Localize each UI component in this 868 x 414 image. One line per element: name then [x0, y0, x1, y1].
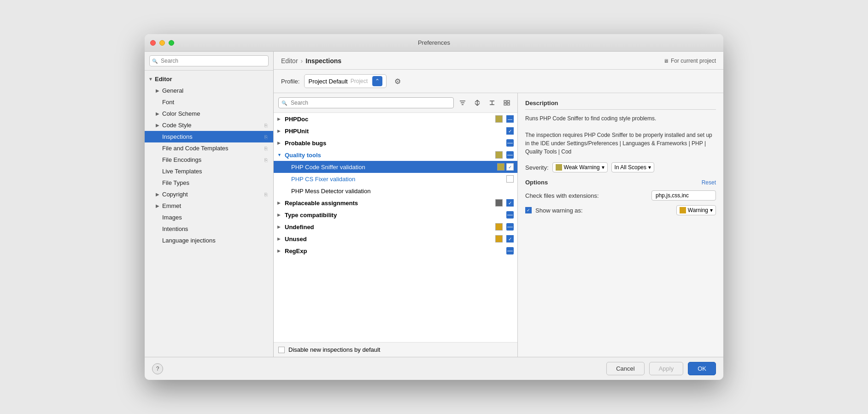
sidebar-item-label-inspections: Inspections	[162, 133, 193, 140]
type-compatibility-minus[interactable]: —	[506, 211, 514, 219]
quality-tools-minus[interactable]: —	[506, 151, 514, 159]
regexp-arrow: ▶	[277, 248, 285, 253]
sidebar-item-font[interactable]: Font	[145, 96, 273, 108]
undefined-minus[interactable]: —	[506, 223, 514, 231]
disable-checkbox[interactable]	[278, 347, 285, 353]
php-mess-detector-label: PHP Mess Detector validation	[291, 188, 514, 195]
sidebar-item-file-encodings[interactable]: File Encodings ⎘	[145, 154, 273, 166]
description-text: Runs PHP Code Sniffer to find coding sty…	[525, 114, 716, 156]
sidebar-item-label-copyright: Copyright	[162, 191, 188, 198]
tree-item-type-compatibility[interactable]: ▶ Type compatibility —	[274, 209, 517, 221]
undefined-label: Undefined	[285, 224, 495, 231]
sidebar-item-label-file-code-templates: File and Code Templates	[162, 145, 229, 152]
type-compatibility-label: Type compatibility	[285, 212, 506, 219]
options-reset-button[interactable]: Reset	[702, 179, 716, 186]
disable-label: Disable new inspections by default	[288, 346, 380, 353]
tree-item-undefined[interactable]: ▶ Undefined —	[274, 221, 517, 233]
tree-item-replaceable-assignments[interactable]: ▶ Replaceable assignments ✓	[274, 197, 517, 209]
probable-bugs-minus[interactable]: —	[506, 139, 514, 147]
phpunit-label: PHPUnit	[285, 128, 506, 135]
scope-value: In All Scopes	[615, 164, 646, 171]
phpdoc-checkbox[interactable]: —	[506, 115, 514, 123]
php-code-sniffer-checkbox[interactable]: ✓	[506, 163, 514, 171]
profile-dropdown-button[interactable]: ⌃	[372, 76, 382, 86]
cancel-button[interactable]: Cancel	[606, 362, 644, 375]
sidebar: ▼ Editor ▶ General Font ▶ Color Scheme ▶	[145, 52, 274, 357]
apply-button[interactable]: Apply	[649, 362, 684, 375]
window-title: Preferences	[418, 39, 450, 46]
severity-select[interactable]: Weak Warning ▾	[552, 162, 608, 172]
footer-buttons: Cancel Apply OK	[606, 362, 716, 375]
sidebar-item-editor[interactable]: ▼ Editor	[145, 73, 273, 85]
sidebar-item-emmet[interactable]: ▶ Emmet	[145, 200, 273, 212]
tree-item-probable-bugs[interactable]: ▶ Probable bugs —	[274, 137, 517, 149]
tree-item-unused[interactable]: ▶ Unused ✓	[274, 233, 517, 245]
minimize-button[interactable]	[159, 40, 165, 46]
warning-select[interactable]: Warning ▾	[676, 205, 716, 215]
tree-item-quality-tools[interactable]: ▼ Quality tools —	[274, 149, 517, 161]
severity-row: Severity: Weak Warning ▾ In All Scopes ▾	[525, 162, 716, 172]
extensions-input[interactable]	[651, 190, 716, 201]
sidebar-item-copyright[interactable]: ▶ Copyright ⎘	[145, 189, 273, 200]
sidebar-item-inspections[interactable]: Inspections ⎘	[145, 131, 273, 142]
svg-rect-14	[507, 103, 510, 105]
scope-select[interactable]: In All Scopes ▾	[611, 162, 654, 172]
description-panel: Description Runs PHP Code Sniffer to fin…	[518, 93, 723, 357]
sidebar-item-intentions[interactable]: Intentions	[145, 223, 273, 235]
toggle-view-button[interactable]	[501, 97, 513, 109]
tree-item-php-code-sniffer[interactable]: PHP Code Sniffer validation ✓	[274, 161, 517, 173]
sidebar-item-language-injections[interactable]: Language injections	[145, 235, 273, 246]
color-scheme-arrow: ▶	[156, 111, 162, 116]
sidebar-item-label-live-templates: Live Templates	[162, 168, 202, 175]
regexp-label: RegExp	[285, 248, 506, 254]
sidebar-item-images[interactable]: Images	[145, 212, 273, 223]
disable-bar: Disable new inspections by default	[274, 342, 517, 357]
tree-item-phpunit[interactable]: ▶ PHPUnit ✓	[274, 125, 517, 137]
tree-toolbar	[274, 93, 517, 113]
options-section: Options Reset Check files with extension…	[525, 179, 716, 220]
tree-search-input[interactable]	[278, 97, 454, 108]
sidebar-item-live-templates[interactable]: Live Templates	[145, 166, 273, 177]
sidebar-item-file-types[interactable]: File Types	[145, 177, 273, 189]
profile-name: Project Default	[308, 78, 347, 85]
regexp-minus[interactable]: —	[506, 247, 514, 254]
expand-all-button[interactable]	[471, 97, 483, 109]
severity-label: Severity:	[525, 164, 549, 171]
unused-label: Unused	[285, 236, 495, 242]
ok-button[interactable]: OK	[688, 362, 716, 375]
sidebar-item-color-scheme[interactable]: ▶ Color Scheme	[145, 108, 273, 119]
unused-checkbox[interactable]: ✓	[506, 235, 514, 242]
sidebar-search-input[interactable]	[149, 55, 269, 66]
description-section: Description Runs PHP Code Sniffer to fin…	[525, 100, 716, 156]
copyright-arrow: ▶	[156, 192, 162, 197]
warning-color-box	[680, 207, 686, 213]
tree-item-php-mess-detector[interactable]: PHP Mess Detector validation	[274, 185, 517, 197]
svg-rect-11	[504, 101, 506, 102]
close-button[interactable]	[150, 40, 156, 46]
tree-list: ▶ PHPDoc — ▶ PHPUnit ✓	[274, 113, 517, 342]
maximize-button[interactable]	[169, 40, 174, 46]
phpunit-checkbox[interactable]: ✓	[506, 127, 514, 135]
sidebar-item-file-code-templates[interactable]: File and Code Templates ⎘	[145, 142, 273, 154]
tree-item-regexp[interactable]: ▶ RegExp —	[274, 245, 517, 257]
titlebar: Preferences	[145, 34, 723, 52]
filter-button[interactable]	[457, 97, 469, 109]
replaceable-assignments-arrow: ▶	[277, 201, 285, 205]
probable-bugs-arrow: ▶	[277, 141, 285, 145]
sidebar-item-label-file-encodings: File Encodings	[162, 156, 201, 163]
profile-select[interactable]: Project Default Project ⌃	[304, 74, 387, 88]
sidebar-item-general[interactable]: ▶ General	[145, 85, 273, 96]
sidebar-item-label-file-types: File Types	[162, 179, 189, 186]
undefined-color	[495, 223, 503, 231]
php-cs-fixer-label: PHP CS Fixer validation	[291, 176, 506, 183]
sidebar-item-label-intentions: Intentions	[162, 225, 188, 232]
show-warning-checkbox[interactable]: ✓	[525, 207, 532, 213]
replaceable-assignments-checkbox[interactable]: ✓	[506, 199, 514, 207]
tree-item-phpdoc[interactable]: ▶ PHPDoc —	[274, 113, 517, 125]
tree-item-php-cs-fixer[interactable]: PHP CS Fixer validation	[274, 173, 517, 185]
php-cs-fixer-checkbox[interactable]	[506, 175, 514, 183]
sidebar-item-code-style[interactable]: ▶ Code Style ⎘	[145, 119, 273, 131]
collapse-all-button[interactable]	[486, 97, 498, 109]
help-button[interactable]: ?	[152, 363, 163, 374]
gear-button[interactable]: ⚙	[391, 75, 404, 88]
